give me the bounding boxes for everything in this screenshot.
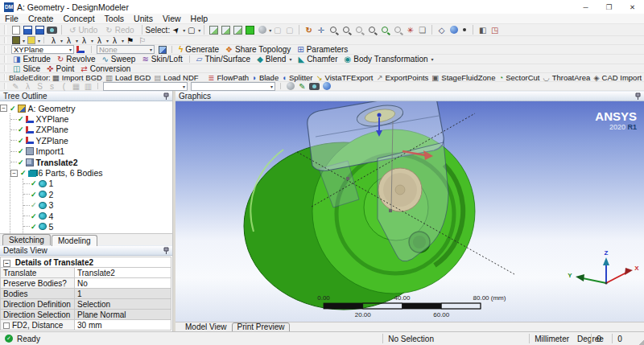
tab-model-view[interactable]: Model View xyxy=(180,322,232,331)
tree-item-body-4[interactable]: ✓ 4 xyxy=(23,211,172,221)
flag-tool-icon[interactable]: ⚐ xyxy=(137,35,147,45)
select-mode-icon[interactable]: ➤ xyxy=(169,23,184,37)
web-report-icon[interactable] xyxy=(321,81,332,91)
select-mode-dropdown[interactable]: ▾ xyxy=(183,27,185,33)
previous-view-icon[interactable]: ❏ xyxy=(417,25,427,35)
undo-button[interactable]: ↺ Undo xyxy=(66,25,101,35)
sketch-tool-icon-2[interactable]: λ xyxy=(23,81,33,91)
comment-icon[interactable] xyxy=(285,81,295,91)
pan-icon[interactable]: ✛ xyxy=(316,25,326,35)
pin-icon[interactable] xyxy=(163,92,169,101)
blend-button[interactable]: ◆ Blend▾ xyxy=(254,55,295,64)
measure-tool-icon-2[interactable]: λ xyxy=(64,35,74,45)
pin-icon[interactable] xyxy=(163,247,169,255)
vistatfexport-button[interactable]: ↘ VistaTFExport xyxy=(315,73,375,82)
tab-modeling[interactable]: Modeling xyxy=(52,235,97,246)
restore-button[interactable]: ❐ xyxy=(597,0,621,14)
tree-item-parts[interactable]: − ✓ 6 Parts, 6 Bodies xyxy=(10,167,172,178)
tree-item-yzplane[interactable]: ✓ YZPlane xyxy=(10,135,172,146)
splitter-button[interactable]: ◖ Splitter xyxy=(280,73,314,82)
details-group-header[interactable]: − Details of Translate2 xyxy=(1,257,171,268)
edge-color-icon[interactable] xyxy=(26,35,36,45)
menu-create[interactable]: Create xyxy=(23,14,59,23)
point-button[interactable]: ✜ Point xyxy=(43,64,77,73)
extend-limits-icon[interactable]: ▢ xyxy=(284,25,295,35)
sweep-button[interactable]: ∿ Sweep xyxy=(98,55,138,64)
new-sketch-icon[interactable] xyxy=(157,45,167,55)
menu-concept[interactable]: Concept xyxy=(58,14,99,23)
box-select-icon[interactable]: ▢ xyxy=(186,25,196,35)
zoom-in-icon[interactable] xyxy=(328,25,339,35)
flowpath-button[interactable]: ≣ FlowPath xyxy=(207,73,251,82)
tree-item-translate2[interactable]: ✓ Translate2 xyxy=(10,157,172,167)
sketch-tool-icon-3[interactable]: S xyxy=(35,81,45,91)
new-file-icon[interactable] xyxy=(10,25,21,35)
chamfer-button[interactable]: ◣ Chamfer xyxy=(295,55,341,64)
tab-sketching[interactable]: Sketching xyxy=(2,234,51,245)
measure-tool-icon-1[interactable]: λ xyxy=(48,35,59,45)
filter-body-icon[interactable] xyxy=(245,25,255,35)
adjacent-select-icon[interactable] xyxy=(257,25,267,35)
load-ndf-button[interactable]: ▤ Load NDF xyxy=(152,73,200,82)
redo-button[interactable]: ↻ Redo xyxy=(102,25,137,35)
save-icon[interactable] xyxy=(23,25,33,35)
face-color-dropdown[interactable]: ▾ xyxy=(23,38,25,43)
apply-plane-icon[interactable] xyxy=(76,45,87,55)
tree-item-zxplane[interactable]: ✓ ZXPlane xyxy=(10,125,172,135)
filter-edge-icon[interactable] xyxy=(221,25,231,35)
menu-tools[interactable]: Tools xyxy=(100,14,130,23)
menu-units[interactable]: Units xyxy=(129,14,158,23)
resize-grip[interactable] xyxy=(634,332,644,345)
annotation-icon[interactable]: ✎ xyxy=(297,81,308,91)
measure-tool-icon-5[interactable]: λ xyxy=(109,35,120,45)
collapse-icon[interactable]: − xyxy=(10,170,18,177)
fd2-checkbox[interactable] xyxy=(3,322,10,329)
minimize-button[interactable]: ─ xyxy=(574,0,597,14)
exportpoints-button[interactable]: ↗ ExportPoints xyxy=(375,73,431,82)
magnify-icon[interactable] xyxy=(379,25,390,35)
sketch-tool-icon-4[interactable]: s xyxy=(47,81,57,91)
sketch-dropdown-2[interactable]: ▾ xyxy=(191,82,275,91)
measure-tool-icon-3[interactable]: λ xyxy=(79,35,89,45)
sketch-tool-icon-7[interactable]: ▥ xyxy=(83,81,93,91)
close-button[interactable]: ✕ xyxy=(621,0,644,14)
sketch-dropdown-1[interactable]: ▾ xyxy=(103,82,188,91)
sketch-tool-icon-5[interactable]: ( xyxy=(59,81,69,91)
filter-vertex-icon[interactable] xyxy=(208,25,219,35)
extend-selection-icon[interactable]: ▢ xyxy=(272,25,283,35)
tree-item-xyplane[interactable]: ✓ XYPlane xyxy=(10,113,172,124)
sketch-tool-icon-1[interactable]: ✎ xyxy=(10,81,21,91)
tree-item-body-5[interactable]: ✓ 5 xyxy=(23,221,172,232)
pin-icon[interactable] xyxy=(635,92,641,101)
display-point-icon[interactable] xyxy=(463,28,466,31)
demagnify-icon[interactable] xyxy=(392,25,403,35)
graphics-viewport[interactable]: 0.00 40.00 80.00 (mm) 20.00 60.00 Z xyxy=(175,101,644,322)
tree-item-import1[interactable]: ✓ Import1 xyxy=(10,146,172,157)
conversion-button[interactable]: ⇄ Conversion xyxy=(77,64,134,73)
tree-item-geometry[interactable]: − ✓ A: Geometry xyxy=(0,103,172,113)
sectorcut-button[interactable]: ◔ SectorCut xyxy=(497,73,541,82)
selection-info-icon[interactable]: ◳ xyxy=(489,25,500,35)
share-topology-button[interactable]: ❖ Share Topology xyxy=(222,45,294,54)
skin-loft-button[interactable]: ≋ Skin/Loft xyxy=(138,55,185,64)
load-bgd-button[interactable]: ▥ Load BGD xyxy=(104,73,152,82)
filter-face-icon[interactable] xyxy=(233,25,243,35)
rotate-icon[interactable]: ↻ xyxy=(303,25,314,35)
viewport-icon[interactable]: ◧ xyxy=(477,25,488,35)
pin-tool-icon[interactable]: ⚑ xyxy=(125,35,135,45)
zoom-out-icon[interactable] xyxy=(341,25,352,35)
extrude-button[interactable]: ◨ Extrude xyxy=(10,55,54,64)
collapse-icon[interactable]: − xyxy=(0,105,7,112)
import-bgd-button[interactable]: ▦ Import BGD xyxy=(51,73,104,82)
edge-color-dropdown[interactable]: ▾ xyxy=(38,38,40,43)
tree-item-body-1[interactable]: ✓ 1 xyxy=(23,179,172,189)
iso-view-icon[interactable]: ✳ xyxy=(405,25,415,35)
parameters-button[interactable]: ⊞ Parameters xyxy=(294,45,351,54)
tree-item-body-3[interactable]: ✓ 3 xyxy=(23,200,172,211)
thin-surface-button[interactable]: ▱ Thin/Surface xyxy=(193,55,254,64)
tab-print-preview[interactable]: Print Preview xyxy=(232,322,291,332)
body-transformation-button[interactable]: ◉ Body Transformation▾ xyxy=(341,55,437,64)
plane-select[interactable]: XYPlane▾ xyxy=(11,45,74,54)
measure-tool-icon-4[interactable]: λ xyxy=(94,35,105,45)
orientation-triad[interactable]: Z X Y xyxy=(568,249,639,285)
